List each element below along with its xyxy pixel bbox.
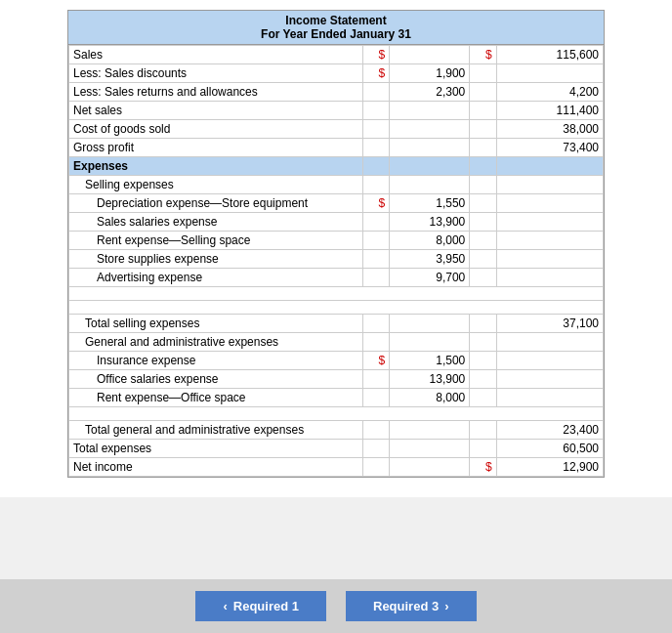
required1-button[interactable]: ‹ Required 1 [195,591,326,621]
row-col1-dollar [362,83,389,102]
row-col2-value [496,250,603,269]
row-col1-value: 13,900 [390,370,470,389]
required3-label: Required 3 [373,599,439,613]
row-col1-value [390,333,470,352]
table-row: Depreciation expense—Store equipment $ 1… [69,194,604,213]
row-col2-dollar [470,194,496,213]
row-label: Cost of goods sold [69,120,363,139]
row-col2-dollar [470,269,496,287]
row-col1-value: 3,950 [390,250,470,269]
row-label: Office salaries expense [69,370,363,389]
row-col1-value: 1,900 [390,64,470,83]
row-label: Sales salaries expense [69,213,363,232]
row-col1-dollar [362,389,389,407]
row-col2-dollar [470,120,496,139]
row-col1-value [390,440,470,458]
data-table: Sales $ $ 115,600 Less: Sales discounts … [68,45,604,477]
income-statement-table: Income Statement For Year Ended January … [67,10,605,478]
row-label: Gross profit [69,139,363,157]
row-col2-dollar [470,157,496,176]
row-col2-value: 38,000 [496,120,603,139]
row-col2-value: 111,400 [496,102,603,120]
row-col2-dollar: $ [470,458,496,477]
next-icon: › [444,599,448,613]
row-col1-dollar [362,250,389,269]
row-label: General and administrative expenses [69,333,363,352]
row-col2-dollar: $ [470,46,496,64]
row-col1-dollar [362,269,389,287]
row-col1-dollar [362,421,389,440]
table-row [69,287,604,301]
table-row [69,407,604,421]
page-wrapper: Income Statement For Year Ended January … [0,0,672,497]
row-label: Selling expenses [69,176,363,194]
row-col2-value [496,64,603,83]
row-col2-dollar [470,139,496,157]
row-col1-dollar [362,440,389,458]
row-col2-value: 73,400 [496,139,603,157]
row-col2-value [496,232,603,250]
row-col2-dollar [470,250,496,269]
table-row: Cost of goods sold 38,000 [69,120,604,139]
row-col2-dollar [470,352,496,370]
row-col1-value [390,139,470,157]
row-col1-dollar: $ [362,64,389,83]
table-row: General and administrative expenses [69,333,604,352]
table-row: Less: Sales returns and allowances 2,300… [69,83,604,102]
row-col1-value: 1,500 [390,352,470,370]
row-label: Total general and administrative expense… [69,421,363,440]
row-col2-value: 60,500 [496,440,603,458]
row-col1-dollar [362,120,389,139]
row-col1-value [390,157,470,176]
row-col2-dollar [470,176,496,194]
row-col1-dollar [362,157,389,176]
row-col1-value: 1,550 [390,194,470,213]
title-line2: For Year Ended January 31 [68,27,604,41]
row-col2-dollar [470,232,496,250]
row-label: Store supplies expense [69,250,363,269]
row-col2-value [496,213,603,232]
row-label: Rent expense—Office space [69,389,363,407]
row-col1-value [390,46,470,64]
row-label: Insurance expense [69,352,363,370]
row-col1-dollar [362,315,389,333]
row-label: Rent expense—Selling space [69,232,363,250]
row-col1-value [390,102,470,120]
row-col1-value: 8,000 [390,389,470,407]
required1-label: Required 1 [233,599,299,613]
row-col2-dollar [470,83,496,102]
row-col2-value [496,352,603,370]
table-row: Net income $ 12,900 [69,458,604,477]
table-row: Advertising expense 9,700 [69,269,604,287]
row-col1-dollar [362,370,389,389]
table-row: Selling expenses [69,176,604,194]
table-row: Expenses [69,157,604,176]
row-col2-value [496,176,603,194]
table-row: Insurance expense $ 1,500 [69,352,604,370]
row-col1-dollar [362,333,389,352]
table-row [69,301,604,315]
row-col2-dollar [470,440,496,458]
required3-button[interactable]: Required 3 › [346,591,477,621]
row-col1-value: 2,300 [390,83,470,102]
row-label: Less: Sales discounts [69,64,363,83]
table-row: Rent expense—Selling space 8,000 [69,232,604,250]
row-col1-value: 13,900 [390,213,470,232]
table-row: Net sales 111,400 [69,102,604,120]
row-col1-dollar [362,139,389,157]
row-label: Net sales [69,102,363,120]
table-row: Less: Sales discounts $ 1,900 [69,64,604,83]
table-row: Sales salaries expense 13,900 [69,213,604,232]
row-col2-dollar [470,370,496,389]
row-label: Advertising expense [69,269,363,287]
row-col2-value: 23,400 [496,421,603,440]
row-col1-dollar [362,102,389,120]
row-col1-dollar: $ [362,194,389,213]
row-col1-value [390,458,470,477]
row-label: Total expenses [69,440,363,458]
row-label: Sales [69,46,363,64]
row-col1-dollar: $ [362,352,389,370]
table-row: Sales $ $ 115,600 [69,46,604,64]
table-row: Total selling expenses 37,100 [69,315,604,333]
row-col2-dollar [470,213,496,232]
